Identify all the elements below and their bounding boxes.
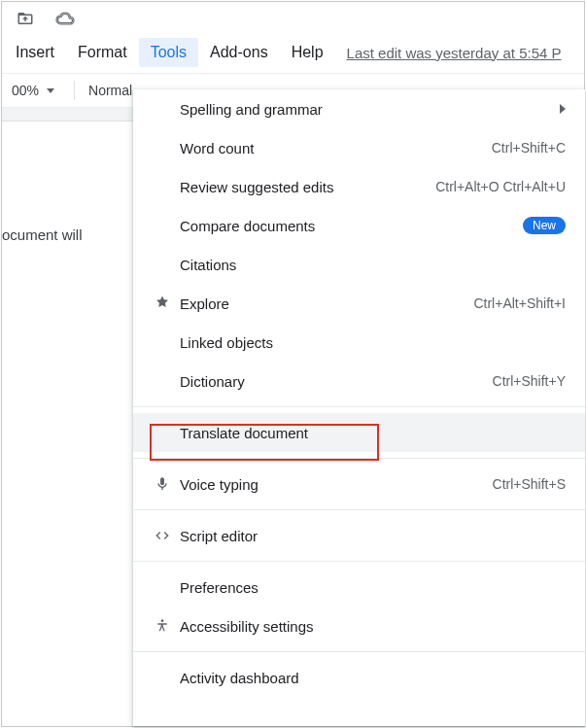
menu-divider [133,651,585,652]
menu-item-label: Word count [176,140,482,156]
svg-point-0 [161,619,164,622]
menu-dictionary[interactable]: Dictionary Ctrl+Shift+Y [133,362,585,400]
menu-format[interactable]: Format [66,38,139,67]
code-icon [149,528,176,543]
mic-icon [149,475,176,493]
chevron-down-icon [47,88,54,93]
menu-bar: Insert Format Tools Add-ons Help Last ed… [2,34,584,73]
menu-item-label: Voice typing [176,476,483,493]
menu-word-count[interactable]: Word count Ctrl+Shift+C [133,128,585,167]
menu-script-editor[interactable]: Script editor [133,516,585,555]
menu-linked-objects[interactable]: Linked objects [133,323,585,362]
ruler [2,108,133,121]
menu-item-label: Compare documents [176,218,523,234]
menu-item-label: Activity dashboard [176,670,566,686]
menu-divider [133,406,585,407]
menu-item-shortcut: Ctrl+Shift+S [493,476,566,492]
menu-item-label: Translate document [176,425,566,441]
toolbar-divider [74,81,75,100]
title-icon-row [2,2,584,34]
menu-voice-typing[interactable]: Voice typing Ctrl+Shift+S [133,465,585,503]
menu-translate-document[interactable]: Translate document [133,413,585,452]
menu-item-label: Script editor [176,528,566,544]
menu-insert[interactable]: Insert [4,38,66,67]
menu-help[interactable]: Help [280,38,335,67]
menu-tools[interactable]: Tools [139,38,198,67]
menu-review-suggested-edits[interactable]: Review suggested edits Ctrl+Alt+O Ctrl+A… [133,167,585,206]
menu-item-label: Linked objects [176,334,566,351]
menu-addons[interactable]: Add-ons [198,38,280,67]
accessibility-icon [149,617,176,635]
menu-compare-documents[interactable]: Compare documents New [133,206,585,245]
menu-divider [133,458,585,459]
menu-item-shortcut: Ctrl+Alt+Shift+I [473,295,566,311]
menu-item-shortcut: Ctrl+Shift+C [492,140,566,156]
menu-item-label: Dictionary [176,373,483,390]
move-to-folder-icon[interactable] [16,10,35,30]
paragraph-style-dropdown[interactable]: Normal [88,83,132,98]
tools-dropdown-menu: Spelling and grammar Word count Ctrl+Shi… [133,89,585,726]
explore-icon [149,295,176,312]
menu-preferences[interactable]: Preferences [133,568,585,607]
menu-divider [133,509,585,510]
menu-item-label: Review suggested edits [176,179,426,195]
menu-item-shortcut: Ctrl+Shift+Y [493,373,566,389]
zoom-value: 00% [12,83,39,98]
menu-accessibility-settings[interactable]: Accessibility settings [133,607,585,645]
document-body-text: ocument will [2,226,83,243]
new-badge: New [523,217,566,234]
menu-item-shortcut: Ctrl+Alt+O Ctrl+Alt+U [435,179,566,194]
menu-activity-dashboard[interactable]: Activity dashboard [133,658,585,697]
menu-item-label: Preferences [176,579,566,596]
menu-spelling-grammar[interactable]: Spelling and grammar [133,89,585,128]
menu-explore[interactable]: Explore Ctrl+Alt+Shift+I [133,284,585,323]
zoom-dropdown[interactable]: 00% [6,83,60,98]
menu-item-label: Accessibility settings [176,618,566,635]
menu-item-label: Citations [176,257,566,273]
cloud-status-icon[interactable] [54,10,76,30]
submenu-arrow-icon [560,104,566,114]
menu-citations[interactable]: Citations [133,245,585,284]
menu-item-label: Spelling and grammar [176,101,560,118]
menu-item-label: Explore [176,295,464,312]
last-edit-link[interactable]: Last edit was yesterday at 5:54 P [347,45,562,61]
menu-divider [133,561,585,562]
